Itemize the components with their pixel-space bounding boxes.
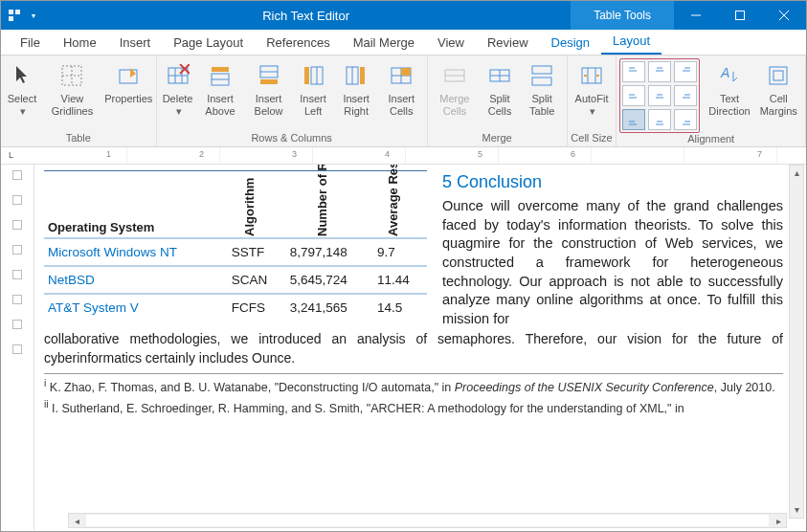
document-page[interactable]: Operating System Algorithm Number of Req… — [34, 165, 806, 530]
align-bot-right[interactable] — [674, 109, 697, 130]
group-rows-columns: Delete▾ Insert Above Insert Below Insert… — [157, 55, 428, 146]
align-top-right[interactable] — [674, 61, 697, 82]
svg-rect-63 — [773, 71, 783, 80]
autofit-icon — [576, 60, 607, 91]
qat-dropdown-icon[interactable]: ▾ — [26, 8, 41, 23]
split-cells-icon — [484, 60, 515, 91]
cell-margins-button[interactable]: Cell Margins — [755, 58, 802, 125]
split-table-icon — [527, 60, 557, 91]
tab-review[interactable]: Review — [476, 31, 540, 55]
section-heading[interactable]: 5 Conclusion — [442, 170, 783, 193]
footnote-1: i K. Zhao, F. Thomas, and B. U. Watanabe… — [44, 377, 783, 395]
svg-rect-25 — [304, 67, 309, 84]
group-alignment: AText Direction Cell Margins Alignment — [616, 55, 806, 146]
cursor-icon — [7, 60, 37, 91]
properties-button[interactable]: Properties — [104, 58, 153, 125]
title-bar: ▾ Rich Text Editor Table Tools — [1, 1, 806, 30]
svg-text:A: A — [720, 65, 729, 80]
document-area: Operating System Algorithm Number of Req… — [1, 165, 806, 530]
text-direction-icon: A — [714, 60, 745, 91]
merge-cells-button: Merge Cells — [431, 58, 479, 125]
cell-margins-icon — [763, 60, 794, 91]
svg-rect-10 — [120, 70, 137, 83]
insert-above-button[interactable]: Insert Above — [196, 58, 245, 125]
tab-mail-merge[interactable]: Mail Merge — [342, 31, 426, 55]
horizontal-scrollbar[interactable]: ◂ ▸ — [68, 513, 787, 528]
insert-left-button[interactable]: Insert Left — [293, 58, 334, 125]
align-top-left[interactable] — [622, 61, 645, 82]
svg-rect-62 — [770, 67, 787, 84]
split-table-button[interactable]: Split Table — [521, 58, 564, 125]
group-label-table: Table — [66, 132, 91, 145]
tab-layout[interactable]: Layout — [601, 29, 661, 55]
split-cells-button[interactable]: Split Cells — [479, 58, 521, 125]
menu-tabs: File Home Insert Page Layout References … — [1, 30, 806, 55]
insert-right-button[interactable]: Insert Right — [333, 58, 379, 125]
insert-above-icon — [205, 60, 235, 91]
align-mid-right[interactable] — [674, 85, 697, 106]
table-row: Microsoft Windows NTSSTF8,797,1489.7 — [44, 238, 427, 266]
delete-button[interactable]: Delete▾ — [160, 58, 196, 125]
context-tab[interactable]: Table Tools — [571, 1, 674, 30]
group-label-merge: Merge — [482, 132, 512, 145]
align-mid-left[interactable] — [622, 85, 645, 106]
svg-rect-0 — [9, 10, 13, 14]
col-os[interactable]: Operating System — [44, 171, 228, 238]
svg-rect-2 — [9, 16, 13, 21]
insert-below-icon — [254, 60, 284, 91]
tab-references[interactable]: References — [255, 31, 341, 55]
group-table: Select▾ View Gridlines Properties Table — [1, 55, 157, 146]
text-direction-button[interactable]: AText Direction — [704, 58, 754, 125]
col-requests[interactable]: Number of Requests — [286, 171, 373, 238]
align-top-center[interactable] — [648, 61, 671, 82]
svg-rect-1 — [15, 10, 20, 14]
tab-insert[interactable]: Insert — [108, 31, 163, 55]
insert-right-icon — [341, 60, 371, 91]
tab-home[interactable]: Home — [52, 31, 108, 55]
scroll-left-icon[interactable]: ◂ — [69, 516, 84, 526]
minimize-button[interactable] — [674, 1, 718, 30]
tab-file[interactable]: File — [9, 31, 52, 55]
wrapped-paragraph[interactable]: collaborative methodologies, we introduc… — [44, 330, 783, 367]
maximize-button[interactable] — [718, 1, 762, 30]
alignment-grid — [619, 58, 700, 133]
svg-rect-4 — [736, 11, 745, 20]
insert-below-button[interactable]: Insert Below — [244, 58, 292, 125]
align-bot-left[interactable] — [622, 109, 645, 130]
section-paragraph[interactable]: Ounce will overcome many of the grand ch… — [442, 197, 783, 328]
view-gridlines-button[interactable]: View Gridlines — [40, 58, 104, 125]
footnotes[interactable]: i K. Zhao, F. Thomas, and B. U. Watanabe… — [44, 373, 783, 417]
merge-cells-icon — [439, 60, 470, 91]
vertical-ruler[interactable] — [1, 165, 34, 530]
vertical-scrollbar[interactable]: ▴ ▾ — [789, 165, 804, 519]
app-icon — [7, 8, 22, 23]
tab-view[interactable]: View — [426, 31, 476, 55]
horizontal-ruler[interactable]: L 1 2 3 4 5 6 7 — [1, 147, 806, 165]
scroll-down-icon[interactable]: ▾ — [790, 502, 803, 518]
align-bot-center[interactable] — [648, 109, 671, 130]
footnote-2: ii I. Sutherland, E. Schroedinger, R. Ha… — [44, 398, 783, 416]
group-label-rows: Rows & Columns — [251, 132, 331, 145]
align-mid-center[interactable] — [648, 85, 671, 106]
insert-cells-icon — [386, 60, 416, 91]
autofit-button[interactable]: AutoFit▾ — [571, 58, 614, 125]
group-cell-size: AutoFit▾ Cell Size — [568, 55, 617, 146]
ribbon: Select▾ View Gridlines Properties Table … — [1, 55, 806, 147]
col-algorithm[interactable]: Algorithm — [228, 171, 286, 238]
svg-rect-38 — [532, 66, 551, 74]
close-button[interactable] — [762, 1, 806, 30]
insert-cells-button[interactable]: Insert Cells — [379, 58, 424, 125]
col-time[interactable]: Average Response Time, ms — [373, 171, 427, 238]
tab-page-layout[interactable]: Page Layout — [162, 31, 255, 55]
svg-rect-28 — [360, 67, 365, 84]
select-button[interactable]: Select▾ — [4, 58, 40, 125]
window-title: Rich Text Editor — [41, 9, 571, 23]
svg-rect-39 — [532, 78, 551, 85]
scroll-right-icon[interactable]: ▸ — [771, 516, 786, 526]
scroll-up-icon[interactable]: ▴ — [790, 166, 803, 181]
group-merge: Merge Cells Split Cells Split Table Merg… — [428, 55, 568, 146]
tab-design[interactable]: Design — [540, 31, 601, 55]
svg-rect-19 — [212, 67, 229, 72]
table-row: AT&T System VFCFS3,241,56514.5 — [44, 294, 427, 321]
data-table[interactable]: Operating System Algorithm Number of Req… — [44, 170, 427, 321]
